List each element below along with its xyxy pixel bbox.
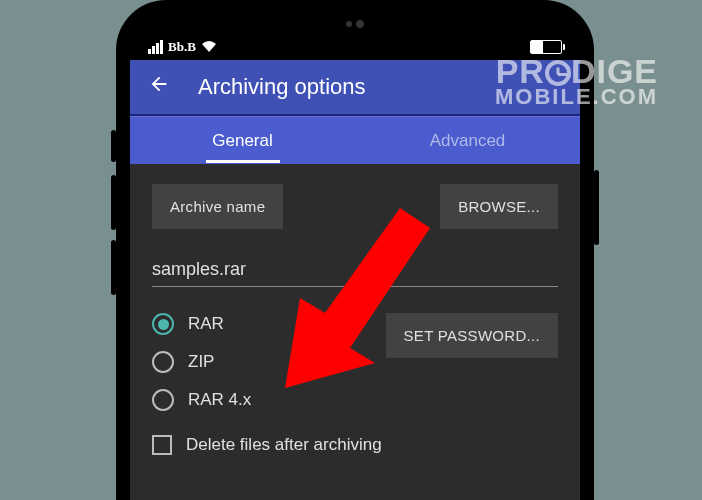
phone-notch (130, 14, 580, 34)
tab-advanced[interactable]: Advanced (355, 119, 580, 163)
carrier-label: Bb.B (168, 39, 196, 55)
back-arrow-icon[interactable] (148, 73, 170, 101)
format-radio-group: RAR ZIP RAR 4.x (152, 313, 251, 411)
radio-rar4x[interactable]: RAR 4.x (152, 389, 251, 411)
delete-after-checkbox[interactable]: Delete files after archiving (152, 435, 558, 455)
phone-frame: Bb.B Archiving options General Advanced … (116, 0, 594, 500)
browse-button[interactable]: BROWSE... (440, 184, 558, 229)
radio-label: RAR 4.x (188, 390, 251, 410)
app-header: Archiving options (130, 60, 580, 116)
radio-icon (152, 351, 174, 373)
archive-name-button[interactable]: Archive name (152, 184, 283, 229)
phone-screen: Bb.B Archiving options General Advanced … (130, 14, 580, 500)
radio-icon (152, 389, 174, 411)
checkbox-icon (152, 435, 172, 455)
tab-bar: General Advanced (130, 116, 580, 164)
radio-zip[interactable]: ZIP (152, 351, 251, 373)
status-bar: Bb.B (130, 34, 580, 60)
wifi-icon (201, 39, 217, 55)
filename-input[interactable] (152, 253, 558, 287)
signal-icon (148, 40, 163, 54)
content-area: Archive name BROWSE... RAR ZIP (130, 164, 580, 500)
radio-label: RAR (188, 314, 224, 334)
set-password-button[interactable]: SET PASSWORD... (386, 313, 558, 358)
battery-icon (530, 40, 562, 54)
phone-power-button (594, 170, 599, 245)
sensor-dot (346, 21, 352, 27)
tab-general[interactable]: General (130, 119, 355, 163)
camera-dot (356, 20, 364, 28)
checkbox-label: Delete files after archiving (186, 435, 382, 455)
radio-label: ZIP (188, 352, 214, 372)
radio-icon (152, 313, 174, 335)
page-title: Archiving options (198, 74, 366, 100)
radio-rar[interactable]: RAR (152, 313, 251, 335)
